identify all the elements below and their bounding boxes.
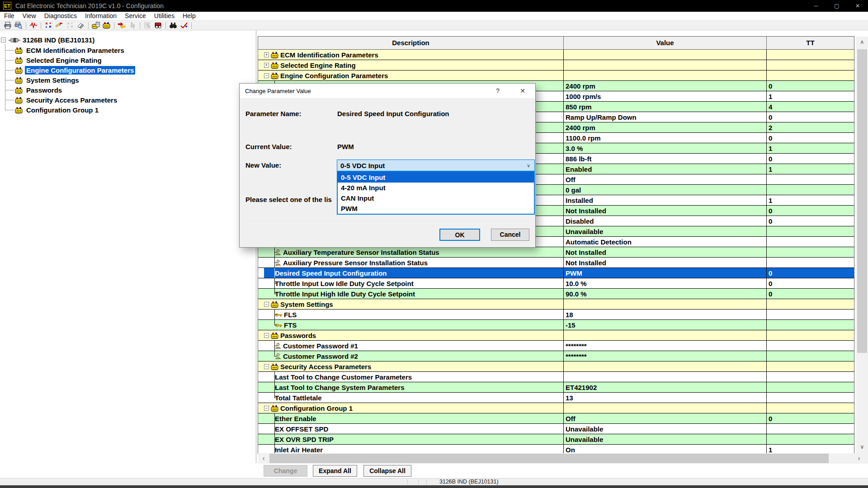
group-row[interactable]: −Passwords xyxy=(258,330,854,341)
collapse-icon[interactable]: − xyxy=(264,406,269,411)
calibration-pencil-flag-button[interactable] xyxy=(54,21,65,30)
close-icon[interactable]: ✕ xyxy=(847,0,868,12)
window-title: Cat Electronic Technician 2019C v1.0 - C… xyxy=(15,2,164,9)
ok-button[interactable]: OK xyxy=(439,229,480,241)
change-button[interactable]: Change xyxy=(264,465,307,477)
param-row[interactable]: Throttle Input Low Idle Duty Cycle Setpo… xyxy=(258,278,854,289)
flag-check-tool-button[interactable] xyxy=(179,21,189,30)
param-row[interactable]: Auxiliary Temperature Sensor Installatio… xyxy=(258,247,854,258)
row-value: ******** xyxy=(564,352,587,360)
sidebar-item-system-settings[interactable]: System Settings xyxy=(0,75,256,85)
value-cell: 1000 rpm/s xyxy=(564,91,767,101)
scroll-left-icon[interactable]: ‹ xyxy=(258,453,269,464)
param-row[interactable]: Last Tool to Change System ParametersET4… xyxy=(258,382,854,393)
sidebar-item-engine-configuration-parameters[interactable]: Engine Configuration Parameters xyxy=(0,65,256,75)
menu-service[interactable]: Service xyxy=(121,12,150,20)
param-row[interactable]: FTS-15 xyxy=(258,320,854,330)
vertical-scrollbar[interactable]: ∧ ∨ xyxy=(856,37,868,453)
sidebar-item-ecm-identification-parameters[interactable]: ECM Identification Parameters xyxy=(0,45,256,55)
param-row[interactable]: Customer Password #1******** xyxy=(258,341,854,351)
param-row[interactable]: Total Tattletale13 xyxy=(258,393,854,403)
maximize-icon[interactable]: ▢ xyxy=(826,0,847,12)
group-row[interactable]: −Configuration Group 1 xyxy=(258,403,854,413)
dropdown-option[interactable]: 4-20 mA Input xyxy=(338,183,534,193)
param-row[interactable]: Auxiliary Pressure Sensor Installation S… xyxy=(258,258,854,268)
scroll-up-icon[interactable]: ∧ xyxy=(856,38,868,47)
service-manual-icon xyxy=(154,22,162,29)
param-row[interactable]: Throttle Input High Idle Duty Cycle Setp… xyxy=(258,289,854,299)
param-row[interactable]: Last Tool to Change Customer Parameters xyxy=(258,372,854,382)
status-ecm-label: 3126B IND (BEJ10131) xyxy=(439,479,499,485)
cursor-pointer-button[interactable] xyxy=(127,21,138,30)
header-value[interactable]: Value xyxy=(564,37,767,49)
print-button[interactable] xyxy=(2,21,13,30)
dropdown-option[interactable]: 0-5 VDC Input xyxy=(338,172,534,183)
notepad-button[interactable] xyxy=(142,21,153,30)
ecm-configuration-button[interactable] xyxy=(101,21,112,30)
collapse-all-button[interactable]: Collapse All xyxy=(363,465,411,477)
row-gutter xyxy=(258,413,264,423)
disabled-sparks-button[interactable] xyxy=(65,21,75,30)
grid-header: Description Value TT xyxy=(258,37,854,50)
eraser-button[interactable] xyxy=(75,21,86,30)
menu-help[interactable]: Help xyxy=(179,12,200,20)
param-row[interactable]: EX OVR SPD TRIPUnavailable xyxy=(258,434,854,445)
tree-panel[interactable]: − 3126B IND (BEJ10131) ECM Identificatio… xyxy=(0,30,256,463)
dropdown-option[interactable]: CAN Input xyxy=(338,193,534,203)
menu-file[interactable]: File xyxy=(0,12,19,20)
sidebar-item-passwords[interactable]: Passwords xyxy=(0,85,256,95)
dialog-close-icon[interactable]: ✕ xyxy=(514,84,532,98)
param-row[interactable]: Customer Password #2******** xyxy=(258,351,854,361)
sidebar-item-configuration-group-1[interactable]: Configuration Group 1 xyxy=(0,105,256,115)
group-row[interactable]: −Security Access Parameters xyxy=(258,361,854,372)
collapse-icon[interactable]: − xyxy=(264,302,269,307)
expand-all-button[interactable]: Expand All xyxy=(313,465,357,477)
compare-arrows-button[interactable] xyxy=(116,21,127,30)
param-row[interactable]: Desired Speed Input ConfigurationPWM0 xyxy=(258,268,854,278)
header-tt[interactable]: TT xyxy=(767,37,854,49)
app-logo-icon[interactable]: ET xyxy=(3,2,11,10)
waveform-status-button[interactable] xyxy=(28,21,39,30)
expand-icon[interactable]: + xyxy=(264,63,269,68)
param-row[interactable]: EX OFFSET SPDUnavailable xyxy=(258,424,854,434)
status-divider xyxy=(418,479,419,484)
expand-icon[interactable]: + xyxy=(264,52,269,57)
tree-root-node[interactable]: − 3126B IND (BEJ10131) xyxy=(0,35,256,45)
collapse-icon[interactable]: − xyxy=(264,333,269,338)
param-row[interactable]: Ether EnableOff0 xyxy=(258,413,854,424)
collapse-icon[interactable]: − xyxy=(264,73,269,78)
new-value-combobox[interactable]: 0-5 VDC Input ∨ xyxy=(337,160,535,171)
group-row[interactable]: −Engine Configuration Parameters xyxy=(258,70,854,81)
dropdown-option[interactable]: PWM xyxy=(338,203,534,214)
scroll-right-icon[interactable]: › xyxy=(854,453,864,464)
group-row[interactable]: +ECM Identification Parameters xyxy=(258,50,854,60)
ecm-summary-button[interactable] xyxy=(90,21,101,30)
print-preview-button[interactable] xyxy=(13,21,24,30)
scroll-down-icon[interactable]: ∨ xyxy=(856,442,868,451)
chevron-down-icon[interactable]: ∨ xyxy=(527,163,530,169)
group-row[interactable]: −System Settings xyxy=(258,299,854,310)
group-row[interactable]: +Selected Engine Rating xyxy=(258,60,854,70)
tree-item-label: Selected Engine Rating xyxy=(25,56,103,65)
menu-diagnostics[interactable]: Diagnostics xyxy=(40,12,81,20)
collapse-icon[interactable]: − xyxy=(264,364,269,369)
vertical-scroll-thumb[interactable] xyxy=(857,49,867,353)
minimize-icon[interactable]: ─ xyxy=(806,0,826,12)
menu-information[interactable]: Information xyxy=(81,12,121,20)
horizontal-scroll-thumb[interactable] xyxy=(269,454,829,463)
sidebar-item-security-access-parameters[interactable]: Security Access Parameters xyxy=(0,95,256,105)
help-icon[interactable]: ? xyxy=(490,84,505,98)
binoculars-search-button[interactable] xyxy=(168,21,179,30)
header-description[interactable]: Description xyxy=(258,37,564,49)
param-row[interactable]: Inlet Air HeaterOn1 xyxy=(258,445,854,453)
horizontal-scrollbar[interactable]: ‹ › xyxy=(258,453,868,464)
collapse-icon[interactable]: − xyxy=(1,38,6,42)
cancel-button[interactable]: Cancel xyxy=(491,229,529,241)
diagnostic-sparks-button[interactable] xyxy=(43,21,54,30)
menu-view[interactable]: View xyxy=(19,12,40,20)
service-manual-button[interactable] xyxy=(153,21,164,30)
param-row[interactable]: FLS18 xyxy=(258,310,854,320)
description-cell: FLS xyxy=(258,310,564,319)
sidebar-item-selected-engine-rating[interactable]: Selected Engine Rating xyxy=(0,55,256,65)
menu-utilities[interactable]: Utilities xyxy=(150,12,179,20)
